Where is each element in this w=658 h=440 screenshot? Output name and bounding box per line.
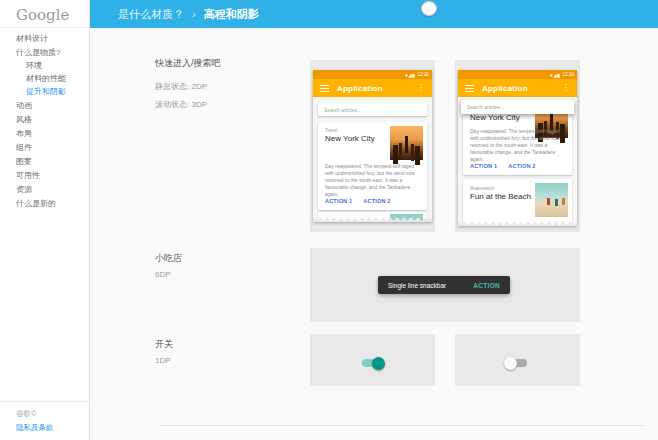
status-bar: ▾◢▮ 12:30 xyxy=(313,70,432,79)
card-actions: ACTION 1 ACTION 2 xyxy=(470,163,536,169)
resting-state-label: 静息状态: 2DP xyxy=(155,81,207,92)
hamburger-menu-icon[interactable] xyxy=(465,85,474,92)
search-input[interactable]: Search articles... xyxy=(318,103,427,116)
torn-edge xyxy=(313,217,432,222)
sidebar-item-material-properties[interactable]: 材料的性能 xyxy=(0,72,89,85)
snackbar-dp-label: 6DP xyxy=(155,270,171,279)
sidebar-item-patterns[interactable]: 图案 xyxy=(0,154,89,168)
status-time: 12:30 xyxy=(418,72,429,77)
sidebar-nav: 材料设计 什么是物质? 环境 材料的性能 提升和阴影 动画 风格 布局 组件 图… xyxy=(0,31,89,210)
phone-content: Search articles... New York City Day rea… xyxy=(458,97,577,226)
sidebar-item-usability[interactable]: 可用性 xyxy=(0,168,89,182)
sidebar-item-resources[interactable]: 资源 xyxy=(0,182,89,196)
sidebar-footer: 谷歌© 隐私及条款 xyxy=(0,401,89,440)
beach-image xyxy=(535,183,568,217)
phone-mockup-scrolled: ▾◢▮ 12:30 Application ⋮ Search articles.… xyxy=(458,70,577,226)
card-title: Fun at the Beach xyxy=(470,192,531,201)
card-label: Reacreation xyxy=(470,186,494,191)
scrolled-state-label: 滚动状态: 3DP xyxy=(155,99,207,110)
sidebar-item-material-design[interactable]: 材料设计 xyxy=(0,31,89,45)
snackbar-message: Single line snackbar xyxy=(388,282,473,289)
snackbar-action-button[interactable]: ACTION xyxy=(473,282,500,289)
switch-thumb xyxy=(504,357,517,370)
status-icons: ▾◢▮ xyxy=(550,72,561,78)
breadcrumb-current: 高程和阴影 xyxy=(204,7,259,22)
switch-dp-label: 1DP xyxy=(155,356,171,365)
app-bar: Application ⋮ xyxy=(313,79,432,97)
toggle-switch-off[interactable] xyxy=(504,356,530,370)
action-2-button[interactable]: ACTION 2 xyxy=(508,163,535,169)
sidebar-item-animation[interactable]: 动画 xyxy=(0,98,89,112)
sidebar-item-environment[interactable]: 环境 xyxy=(0,59,89,72)
card-label: Travel xyxy=(325,128,337,133)
copyright-text: 谷歌© xyxy=(16,409,89,419)
card-title: New York City xyxy=(470,113,520,122)
sidebar-item-style[interactable]: 风格 xyxy=(0,112,89,126)
overflow-menu-icon[interactable]: ⋮ xyxy=(562,84,570,92)
app-title: Application xyxy=(482,84,562,93)
sidebar-item-whats-new[interactable]: 什么是新的 xyxy=(0,196,89,210)
status-time: 12:30 xyxy=(563,72,574,77)
overflow-menu-icon[interactable]: ⋮ xyxy=(417,84,425,92)
elevation-circle xyxy=(421,1,437,16)
sidebar: Google 材料设计 什么是物质? 环境 材料的性能 提升和阴影 动画 风格 … xyxy=(0,0,90,440)
app-bar: Application ⋮ xyxy=(458,79,577,97)
sidebar-item-what-is-material[interactable]: 什么是物质? xyxy=(0,45,89,59)
search-input[interactable]: Search articles... xyxy=(461,100,574,114)
header-bar: 是什么材质？ › 高程和阴影 xyxy=(90,0,658,28)
new-york-city-image xyxy=(390,126,423,160)
card-body: Day reappeared. The tempest still raged … xyxy=(325,163,420,198)
hamburger-menu-icon[interactable] xyxy=(320,85,329,92)
card-title: New York City xyxy=(325,134,375,143)
page: Google 材料设计 什么是物质? 环境 材料的性能 提升和阴影 动画 风格 … xyxy=(0,0,658,440)
search-section-title: 快速进入/搜索吧 xyxy=(155,57,221,70)
action-1-button[interactable]: ACTION 1 xyxy=(470,163,497,169)
card-actions: ACTION 1 ACTION 2 xyxy=(325,198,391,204)
breadcrumb-separator-icon: › xyxy=(192,8,196,20)
status-bar: ▾◢▮ 12:30 xyxy=(458,70,577,79)
beach-card: Reacreation Fun at the Beach xyxy=(463,179,572,226)
torn-edge xyxy=(458,221,577,226)
sidebar-item-layout[interactable]: 布局 xyxy=(0,126,89,140)
toggle-switch-on[interactable] xyxy=(359,356,385,370)
sidebar-item-elevation-shadows[interactable]: 提升和阴影 xyxy=(0,85,89,98)
privacy-terms-link[interactable]: 隐私及条款 xyxy=(16,423,89,433)
snackbar-section-title: 小吃店 xyxy=(155,252,182,265)
phone-mockup-resting: ▾◢▮ 12:30 Application ⋮ Search articles.… xyxy=(313,70,432,222)
switch-thumb xyxy=(372,357,385,370)
card-body: Day reappeared. The tempest still raged … xyxy=(470,128,565,163)
section-divider xyxy=(160,425,644,426)
logo-divider xyxy=(0,27,89,28)
action-1-button[interactable]: ACTION 1 xyxy=(325,198,352,204)
travel-card: Travel New York City Day reappeared. The… xyxy=(318,122,427,210)
action-2-button[interactable]: ACTION 2 xyxy=(363,198,390,204)
snackbar: Single line snackbar ACTION xyxy=(378,276,510,294)
status-icons: ▾◢▮ xyxy=(405,72,416,78)
sidebar-item-components[interactable]: 组件 xyxy=(0,140,89,154)
switch-section-title: 开关 xyxy=(155,338,173,351)
breadcrumb-parent[interactable]: 是什么材质？ xyxy=(118,7,184,22)
phone-content: Search articles... Travel New York City … xyxy=(313,97,432,222)
app-title: Application xyxy=(337,84,417,93)
google-logo[interactable]: Google xyxy=(16,6,69,24)
